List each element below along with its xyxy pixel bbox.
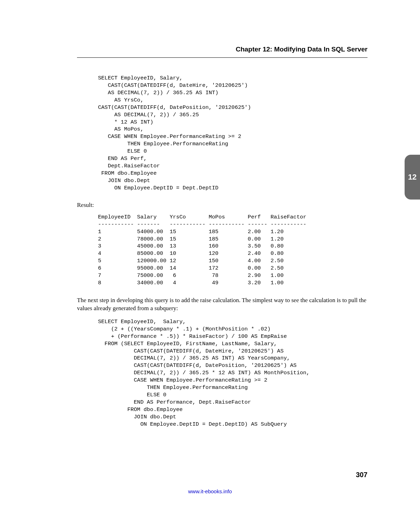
page-number: 307 bbox=[356, 471, 368, 479]
result-table: EmployeeID Salary YrsCo MoPos Perf Raise… bbox=[98, 214, 368, 287]
result-label: Result: bbox=[77, 202, 368, 209]
chapter-header: Chapter 12: Modifying Data In SQL Server bbox=[77, 46, 368, 58]
body-paragraph-1: The next step in developing this query i… bbox=[77, 297, 368, 313]
chapter-tab: 12 bbox=[405, 155, 420, 200]
footer-link-anchor[interactable]: www.it-ebooks.info bbox=[188, 488, 232, 494]
page-container: Chapter 12: Modifying Data In SQL Server… bbox=[0, 0, 420, 509]
code-block-2: SELECT EmployeeID, Salary, (2 + ((YearsC… bbox=[98, 318, 368, 428]
code-block-1: SELECT EmployeeID, Salary, CAST(CAST(DAT… bbox=[98, 75, 368, 192]
footer-link: www.it-ebooks.info bbox=[0, 488, 420, 494]
